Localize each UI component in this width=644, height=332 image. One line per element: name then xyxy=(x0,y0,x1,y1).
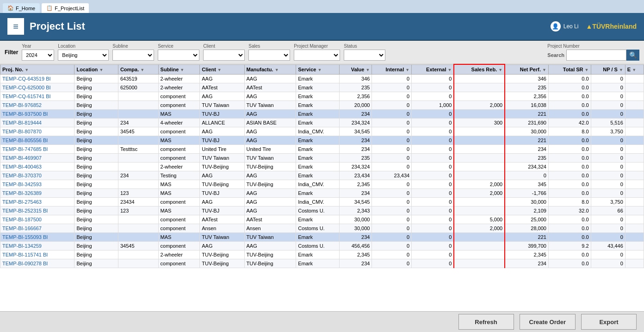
cell-service: Emark xyxy=(296,163,340,171)
cell-total-sr: 0.0 xyxy=(548,180,591,189)
col-proj-no[interactable]: Proj. No. ▼ xyxy=(0,64,74,75)
cell-external: 0 xyxy=(412,207,454,215)
year-select[interactable]: 2024 xyxy=(22,50,54,61)
cell-proj-no: TEMP-BI-819444 xyxy=(0,119,74,127)
manager-select[interactable] xyxy=(294,50,340,61)
proj-link[interactable]: TEMP-BI-275463 xyxy=(2,199,42,205)
col-value[interactable]: Value ▼ xyxy=(340,64,372,75)
proj-link[interactable]: TEMP-BI-819444 xyxy=(2,120,42,125)
search-input[interactable] xyxy=(566,50,626,61)
proj-link[interactable]: TEMP-BI-187500 xyxy=(2,217,42,222)
proj-link[interactable]: TEMP-BI-166667 xyxy=(2,226,42,231)
cell-np-s: 0 xyxy=(591,251,625,259)
cell-net-perf: 221 xyxy=(505,233,548,242)
cell-subline: MAS xyxy=(158,233,200,242)
sales-select[interactable] xyxy=(248,50,290,61)
col-client[interactable]: Client ▼ xyxy=(200,64,244,75)
cell-internal: 0 xyxy=(372,101,412,110)
cell-net-perf: 2,345 xyxy=(505,251,548,259)
client-select[interactable] xyxy=(203,50,245,61)
proj-link[interactable]: TEMP-BI-805556 BI xyxy=(2,138,48,143)
proj-link[interactable]: TEMP-CQ-615741 BI xyxy=(2,94,51,99)
cell-subline: MAS xyxy=(158,189,200,198)
col-subline[interactable]: Subline ▼ xyxy=(158,64,200,75)
subline-select[interactable] xyxy=(112,50,154,61)
proj-link[interactable]: TEMP-BI-370370 xyxy=(2,173,42,178)
proj-link[interactable]: TEMP-BI-326389 xyxy=(2,190,42,196)
cell-total-sr: 42.0 xyxy=(548,119,591,127)
cell-e xyxy=(625,83,644,92)
proj-link[interactable]: TEMP-BI-400463 xyxy=(2,164,42,169)
col-sales-reb[interactable]: Sales Reb. ▼ xyxy=(454,64,505,75)
proj-link[interactable]: TEMP-CQ-643519 BI xyxy=(2,76,51,81)
col-manufacturer[interactable]: Manufactu. ▼ xyxy=(244,64,296,75)
proj-link[interactable]: TEMP-BI-937500 BI xyxy=(2,111,48,117)
cell-client: TUV-BJ xyxy=(200,110,244,119)
app-header: Project List Leo Li ▲TÜVRheinland xyxy=(0,13,644,41)
col-external[interactable]: External ▼ xyxy=(412,64,454,75)
cell-internal: 0 xyxy=(372,136,412,145)
col-e[interactable]: E ▼ xyxy=(625,64,644,75)
proj-link[interactable]: TEMP-BI-090278 BI xyxy=(2,261,48,266)
cell-net-perf: 30,000 xyxy=(505,198,548,207)
proj-link[interactable]: TEMP-BI-976852 xyxy=(2,102,42,108)
col-net-perf[interactable]: Net Perf. ▼ xyxy=(505,64,548,75)
tab-project-list[interactable]: 📋 F_ProjectList xyxy=(42,3,89,13)
col-np-s[interactable]: NP / S ▼ xyxy=(591,64,625,75)
cell-location: Beijing xyxy=(74,171,118,180)
cell-np-s: 0 xyxy=(591,92,625,101)
proj-link[interactable]: TEMP-BI-747685 BI xyxy=(2,146,48,152)
proj-link[interactable]: TEMP-BI-115741 BI xyxy=(2,252,48,257)
cell-company: 643519 xyxy=(118,75,158,83)
cell-internal: 0 xyxy=(372,207,412,215)
proj-link[interactable]: TEMP-BI-342593 xyxy=(2,182,42,187)
cell-net-perf: 346 xyxy=(505,75,548,83)
cell-external: 0 xyxy=(412,224,454,233)
proj-link[interactable]: TEMP-BI-807870 xyxy=(2,129,42,134)
cell-net-perf: 2,109 xyxy=(505,207,548,215)
service-select[interactable] xyxy=(158,50,199,61)
cell-external: 0 xyxy=(412,110,454,119)
proj-link[interactable]: TEMP-BI-252315 BI xyxy=(2,208,48,213)
cell-value: 34,545 xyxy=(340,127,372,136)
cell-value: 2,345 xyxy=(340,251,372,259)
cell-e xyxy=(625,233,644,242)
cell-total-sr: 0.0 xyxy=(548,101,591,110)
cell-sales-reb xyxy=(454,163,505,171)
cell-location: Beijing xyxy=(74,110,118,119)
cell-manufacturer: TUV-Beijing xyxy=(244,259,296,268)
project-table: Proj. No. ▼ Location ▼ Compa. ▼ Subline … xyxy=(0,64,644,268)
cell-external: 0 xyxy=(412,145,454,154)
proj-link[interactable]: TEMP-BI-469907 xyxy=(2,155,42,161)
proj-link[interactable]: TEMP-CQ-625000 BI xyxy=(2,85,51,90)
filter-location-group: Location Beijing xyxy=(58,44,109,61)
cell-total-sr: 0.0 xyxy=(548,92,591,101)
cell-np-s: 43,446 xyxy=(591,242,625,251)
col-company[interactable]: Compa. ▼ xyxy=(118,64,158,75)
cell-company xyxy=(118,224,158,233)
cell-sales-reb xyxy=(454,207,505,215)
filter-subline-group: Subline xyxy=(112,44,154,61)
create-order-button[interactable]: Create Order xyxy=(520,314,576,330)
col-internal[interactable]: Internal ▼ xyxy=(372,64,412,75)
status-select[interactable] xyxy=(344,50,385,61)
cell-proj-no: TEMP-CQ-615741 BI xyxy=(0,92,74,101)
refresh-button[interactable]: Refresh xyxy=(458,314,514,330)
export-button[interactable]: Export xyxy=(581,314,637,330)
cell-subline: 2-wheeler xyxy=(158,83,200,92)
cell-sales-reb xyxy=(454,136,505,145)
proj-link[interactable]: TEMP-BI-134259 xyxy=(2,243,42,249)
cell-np-s: 0 xyxy=(591,136,625,145)
table-row: TEMP-BI-400463Beijing2-wheelerTUV-Beijin… xyxy=(0,163,644,171)
proj-link[interactable]: TEMP-BI-155093 BI xyxy=(2,234,48,240)
year-label: Year xyxy=(22,44,54,49)
search-button[interactable]: 🔍 xyxy=(626,50,639,61)
col-location[interactable]: Location ▼ xyxy=(74,64,118,75)
location-select[interactable]: Beijing xyxy=(58,50,109,61)
cell-manufacturer: TUV-Beijing xyxy=(244,163,296,171)
tab-home[interactable]: 🏠 F_Home xyxy=(3,3,40,13)
col-total-sr[interactable]: Total SR ▼ xyxy=(548,64,591,75)
col-service[interactable]: Service ▼ xyxy=(296,64,340,75)
cell-external: 0 xyxy=(412,259,454,268)
cell-location: Beijing xyxy=(74,224,118,233)
